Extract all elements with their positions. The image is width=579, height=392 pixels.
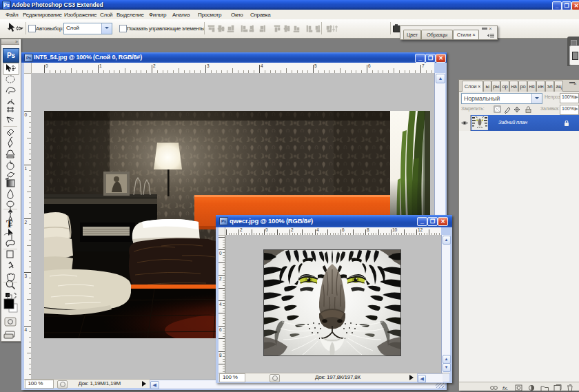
svg-text:T: T xyxy=(6,219,13,229)
svg-text:fx.: fx. xyxy=(502,385,508,391)
